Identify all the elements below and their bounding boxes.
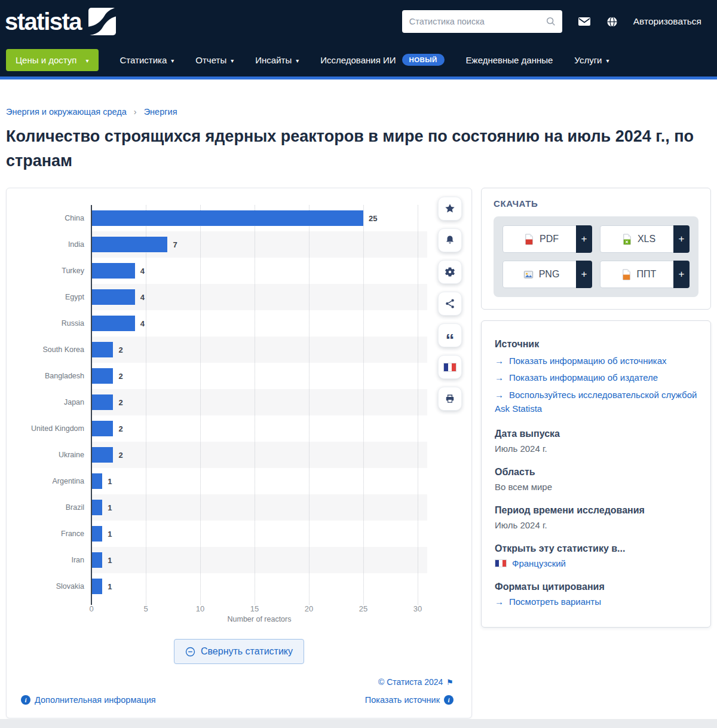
chart-bar[interactable]	[91, 263, 135, 279]
chart-bar[interactable]	[91, 237, 167, 252]
chart-row: 4	[91, 284, 427, 310]
chart-value-label: 1	[108, 582, 112, 591]
chart-value-label: 4	[140, 267, 145, 276]
chart-x-tick-label: 10	[196, 604, 204, 613]
chart-bar[interactable]	[91, 579, 102, 594]
info-icon: i	[21, 695, 30, 705]
chart-category-label: France	[7, 521, 91, 547]
share-button[interactable]	[438, 292, 462, 316]
more-info-label: Дополнительная информация	[35, 695, 156, 705]
chart-x-tick-label: 15	[250, 604, 259, 613]
nav-item[interactable]: Статистика▾	[120, 55, 174, 65]
pricing-access-button[interactable]: Цены и доступ ▾	[6, 49, 99, 71]
show-source-link[interactable]: Показать источникi	[365, 695, 454, 705]
download-xls-button[interactable]: XLS+	[600, 225, 690, 253]
page-title: Количество строящихся ядерных реакторов …	[6, 124, 702, 173]
bell-button[interactable]	[438, 228, 462, 252]
chart-bar[interactable]	[91, 368, 113, 384]
printer-button[interactable]	[438, 387, 462, 411]
source-link-row: →Показать информацию об издателе	[495, 371, 697, 384]
citation-options-link[interactable]: Посмотреть варианты	[509, 597, 601, 607]
gear-icon	[444, 266, 456, 278]
star-button[interactable]	[438, 197, 462, 221]
french-flag-icon	[495, 559, 507, 567]
download-plus-button[interactable]: +	[673, 261, 690, 288]
chart-row: 4	[91, 310, 427, 337]
bar-chart: ChinaIndiaTurkeyEgyptRussiaSouth KoreaBa…	[7, 205, 471, 599]
chart-value-label: 1	[108, 477, 112, 486]
french-flag-icon	[443, 363, 456, 372]
chart-bar[interactable]	[91, 210, 363, 226]
chart-bar[interactable]	[91, 316, 135, 331]
french-language-link[interactable]: Французский	[512, 558, 566, 568]
download-pdf-button[interactable]: PDF+	[502, 225, 592, 253]
mail-icon[interactable]	[578, 17, 591, 26]
chart-bar[interactable]	[91, 447, 113, 463]
chart-value-label: 4	[140, 293, 145, 302]
arrow-right-icon: →	[495, 372, 504, 383]
more-info-link[interactable]: iДополнительная информация	[21, 695, 156, 705]
source-link[interactable]: Показать информацию об источниках	[509, 356, 667, 366]
star-icon	[444, 203, 456, 215]
login-link[interactable]: Авторизоваться	[633, 16, 701, 27]
chart-bar[interactable]	[91, 342, 113, 357]
chart-value-label: 1	[108, 530, 112, 539]
gear-button[interactable]	[438, 260, 462, 284]
download-title: СКАЧАТЬ	[494, 198, 698, 209]
chart-bar[interactable]	[91, 421, 113, 436]
chart-category-label: Turkey	[7, 258, 91, 284]
survey-period-value: Июль 2024 г.	[495, 520, 697, 530]
nav-item[interactable]: Ежедневные данные	[466, 55, 553, 65]
source-links: →Показать информацию об источниках→Показ…	[495, 354, 697, 415]
breadcrumb-subcategory[interactable]: Энергия	[144, 107, 177, 117]
caret-down-icon: ▾	[85, 57, 88, 64]
source-link[interactable]: Воспользуйтесь исследовательской службой…	[495, 390, 697, 414]
xls-file-icon	[621, 234, 633, 245]
chart-bar[interactable]	[91, 394, 113, 410]
collapse-statistic-button[interactable]: Свернуть статистику	[174, 639, 304, 664]
copyright-link[interactable]: © Статиста 2024	[378, 677, 443, 687]
chart-bar[interactable]	[91, 500, 102, 515]
chart-row: 2	[91, 415, 427, 442]
png-file-icon	[523, 269, 534, 280]
share-icon	[444, 298, 456, 310]
chart-bar[interactable]	[91, 289, 135, 305]
breadcrumb-category[interactable]: Энергия и окружающая среда	[6, 107, 127, 117]
language-globe-icon[interactable]	[606, 16, 618, 27]
nav-item-label: Статистика	[120, 55, 167, 65]
arrow-right-icon: →	[495, 356, 504, 366]
nav-item[interactable]: Инсайты▾	[255, 55, 299, 65]
info-card: Источник →Показать информацию об источни…	[481, 320, 711, 628]
search-input[interactable]	[402, 17, 546, 26]
chart-x-axis-ticks: 051015202530	[91, 599, 427, 615]
report-flag-icon[interactable]: ⚑	[446, 678, 454, 687]
statista-logo[interactable]: statista	[5, 8, 116, 35]
download-plus-button[interactable]: +	[576, 225, 592, 253]
quote-button[interactable]: “	[438, 323, 462, 347]
source-link[interactable]: Показать информацию об издателе	[509, 372, 658, 383]
chart-row: 1	[91, 573, 427, 599]
french-flag-button[interactable]	[438, 355, 462, 379]
chart-bar[interactable]	[91, 526, 102, 542]
source-title: Источник	[495, 339, 697, 350]
chart-bar[interactable]	[91, 473, 102, 489]
chart-value-label: 2	[118, 345, 122, 354]
source-link-row: →Воспользуйтесь исследовательской службо…	[495, 388, 697, 416]
download-plus-button[interactable]: +	[576, 261, 592, 288]
chart-category-label: China	[7, 205, 91, 231]
nav-item[interactable]: Исследования ИИНОВЫЙ	[320, 54, 444, 66]
nav-item[interactable]: Отчеты▾	[195, 55, 234, 65]
chart-bar[interactable]	[91, 552, 102, 568]
download-plus-button[interactable]: +	[673, 225, 690, 253]
arrow-right-icon: →	[495, 390, 504, 400]
chart-row: 7	[91, 231, 427, 258]
download-button-label: ППТ	[637, 269, 657, 280]
download-button-label: PNG	[539, 269, 560, 280]
chart-row: 2	[91, 389, 427, 415]
chart-x-tick-label: 20	[305, 604, 313, 613]
download-ппт-button[interactable]: ППТ+	[600, 261, 690, 288]
printer-icon	[444, 393, 456, 405]
search-icon[interactable]	[546, 16, 556, 27]
nav-item[interactable]: Услуги▾	[574, 55, 609, 65]
download-png-button[interactable]: PNG+	[502, 261, 592, 288]
